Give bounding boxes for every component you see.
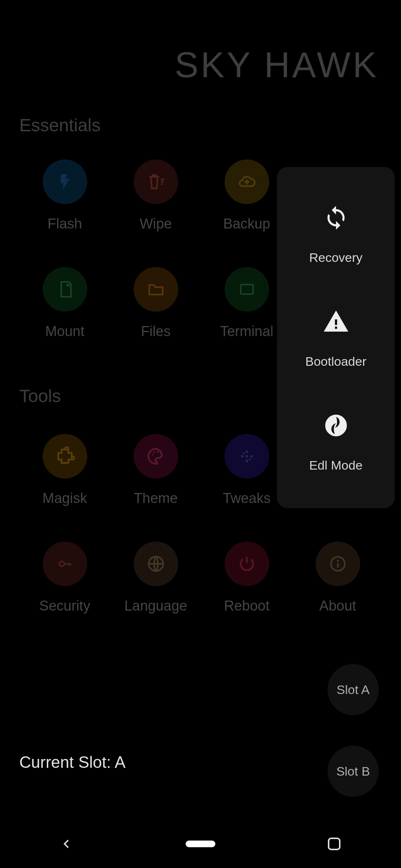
- power-icon: [225, 542, 269, 586]
- svg-point-17: [325, 414, 346, 436]
- grid-item-wipe[interactable]: Wipe: [110, 160, 201, 232]
- warning-icon: [321, 307, 351, 336]
- navigation-bar: [0, 820, 401, 868]
- svg-point-3: [157, 451, 159, 453]
- page-title: SKY HAWK: [0, 45, 379, 85]
- grid-item-theme[interactable]: Theme: [110, 434, 201, 506]
- folder-icon: [134, 267, 178, 312]
- svg-point-14: [337, 560, 339, 562]
- grid-item-mount[interactable]: Mount: [19, 267, 110, 339]
- svg-point-6: [250, 455, 253, 458]
- key-icon: [43, 542, 87, 586]
- svg-point-2: [153, 451, 155, 453]
- chevron-left-icon: [61, 836, 72, 851]
- home-pill-icon: [186, 841, 215, 847]
- svg-point-5: [241, 455, 244, 458]
- grid-item-label: Mount: [19, 323, 110, 339]
- section-header-essentials: Essentials: [19, 115, 101, 135]
- svg-point-9: [243, 452, 245, 454]
- svg-point-11: [59, 561, 64, 566]
- slot-b-button[interactable]: Slot B: [327, 746, 379, 797]
- grid-item-label: Flash: [19, 216, 110, 232]
- svg-point-4: [245, 450, 248, 453]
- popup-item-recovery[interactable]: Recovery: [277, 203, 395, 265]
- nav-back-button[interactable]: [52, 833, 82, 855]
- current-slot-label: Current Slot: A: [19, 753, 125, 772]
- sd-card-icon: [43, 267, 87, 312]
- grid-item-security[interactable]: Security: [19, 542, 110, 614]
- grid-item-flash[interactable]: Flash: [19, 160, 110, 232]
- grid-item-label: Security: [19, 598, 110, 614]
- grid-item-label: About: [292, 598, 383, 614]
- grid-item-files[interactable]: Files: [110, 267, 201, 339]
- recents-square-icon: [328, 838, 340, 850]
- nav-home-button[interactable]: [186, 833, 215, 855]
- grid-item-language[interactable]: Language: [110, 542, 201, 614]
- grid-item-label: Language: [110, 598, 201, 614]
- grid-item-label: Reboot: [201, 598, 292, 614]
- grid-item-about[interactable]: About: [292, 542, 383, 614]
- section-header-tools: Tools: [19, 386, 61, 406]
- grid-item-magisk[interactable]: Magisk: [19, 434, 110, 506]
- svg-point-8: [245, 455, 248, 458]
- popup-item-label: Recovery: [309, 250, 363, 265]
- grid-item-label: Magisk: [19, 490, 110, 506]
- grid-item-label: Files: [110, 323, 201, 339]
- popup-item-label: Edl Mode: [309, 458, 363, 473]
- trash-icon: [134, 160, 178, 204]
- puzzle-icon: [43, 434, 87, 479]
- reboot-popup: Recovery Bootloader Edl Mode: [277, 167, 395, 508]
- snapdragon-icon: [321, 411, 351, 440]
- palette-icon: [134, 434, 178, 479]
- sync-icon: [321, 203, 351, 233]
- info-icon: [316, 542, 360, 586]
- sparkle-icon: [225, 434, 269, 479]
- grid-item-label: Wipe: [110, 216, 201, 232]
- svg-rect-0: [241, 285, 253, 294]
- slot-a-button[interactable]: Slot A: [327, 664, 379, 715]
- svg-point-10: [249, 458, 251, 460]
- cloud-up-icon: [225, 160, 269, 204]
- nav-recents-button[interactable]: [319, 833, 349, 855]
- svg-point-7: [245, 460, 248, 462]
- grid-item-label: Theme: [110, 490, 201, 506]
- popup-item-bootloader[interactable]: Bootloader: [277, 307, 395, 369]
- terminal-icon: [225, 267, 269, 312]
- flash-icon: [43, 160, 87, 204]
- popup-item-edl[interactable]: Edl Mode: [277, 411, 395, 473]
- svg-rect-16: [335, 326, 337, 329]
- globe-icon: [134, 542, 178, 586]
- popup-item-label: Bootloader: [305, 354, 366, 369]
- grid-item-reboot[interactable]: Reboot: [201, 542, 292, 614]
- svg-point-1: [151, 454, 153, 456]
- svg-rect-15: [335, 319, 337, 325]
